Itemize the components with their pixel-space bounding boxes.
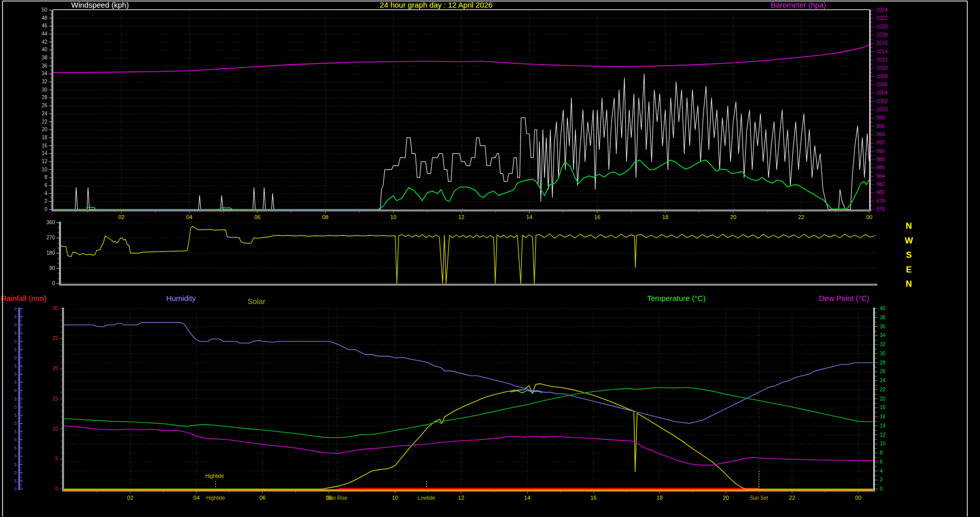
barometer-tick-label: 986 <box>876 165 885 170</box>
lowtide-x-label: Lowtide <box>418 495 436 501</box>
temperature-tick-label: 40 <box>880 306 886 311</box>
barometer-tick-label: 994 <box>876 132 885 137</box>
compass-label: E <box>906 265 911 275</box>
rain-tick-label: 0 <box>55 486 58 492</box>
barometer-tick-label: 988 <box>876 157 885 162</box>
temperature-tick-label: 0 <box>880 486 883 492</box>
temperature-tick-label: 12 <box>880 432 886 438</box>
blue-scale-tick-label: 0 <box>14 421 17 426</box>
windspeed-tick-label: 32 <box>42 79 48 84</box>
blue-scale-axis-bar <box>18 308 20 490</box>
bottom-x-tick-label: 22 <box>789 495 795 501</box>
windspeed-tick-label: 44 <box>42 31 48 37</box>
humidity-series-line <box>64 322 873 423</box>
barometer-tick-label: 1006 <box>876 82 888 87</box>
windspeed-tick-label: 42 <box>42 39 48 45</box>
windspeed-tick-label: 14 <box>42 150 48 156</box>
rain-axis-bar <box>62 308 64 490</box>
windspeed-tick-label: 24 <box>42 111 48 116</box>
temperature-tick-label: 24 <box>880 378 886 383</box>
top-x-tick-label: 12 <box>458 214 464 220</box>
windspeed-tick-label: 18 <box>42 135 48 140</box>
blue-scale-tick-label: 0 <box>14 355 17 360</box>
windspeed-tick-label: 26 <box>42 103 48 108</box>
temperature-tick-label: 22 <box>880 387 886 392</box>
blue-scale-tick-label: 5 <box>14 429 17 434</box>
windspeed-tick-label: 36 <box>42 63 48 69</box>
bottom-x-tick-label: 04 <box>193 495 199 501</box>
compass-label: N <box>906 279 912 289</box>
temperature-tick-label: 38 <box>880 315 886 320</box>
windspeed-tick-label: 0 <box>44 206 47 212</box>
barometer-tick-label: 1012 <box>876 57 888 63</box>
windspeed-tick-label: 2 <box>44 198 47 204</box>
top-x-tick-label: 02 <box>118 214 125 220</box>
rain-tick-label: 10 <box>52 426 58 432</box>
compass-label: W <box>905 236 913 246</box>
barometer-tick-label: 1020 <box>876 24 888 29</box>
windspeed-tick-label: 4 <box>44 191 47 196</box>
bottom-x-tick-label: 12 <box>458 495 464 501</box>
barometer-tick-label: 1014 <box>876 49 888 54</box>
temperature-tick-label: 18 <box>880 405 886 410</box>
temperature-tick-label: 34 <box>880 332 886 338</box>
wind-direction-series-line <box>61 226 875 284</box>
blue-scale-tick-label: 0 <box>14 437 17 442</box>
barometer-tick-label: 990 <box>876 148 885 154</box>
weather-24h-graph-screen: Windspeed (kph) 24 hour graph day : 12 A… <box>0 0 980 517</box>
sunset-x-label: Sun Set <box>750 495 768 501</box>
blue-scale-tick-label: 5 <box>14 380 17 385</box>
windspeed-barometer-chart: 5048464442403836343230282624222018161412… <box>42 7 888 220</box>
blue-scale-tick-label: 0 <box>14 306 17 311</box>
direction-tick-label: 360 <box>46 220 55 225</box>
barometer-tick-label: 1002 <box>876 99 888 104</box>
top-x-tick-label: 10 <box>390 214 396 220</box>
temperature-tick-label: 28 <box>880 360 886 366</box>
barometer-tick-label: 982 <box>876 181 885 187</box>
blue-scale-tick-label: 0 <box>14 453 17 459</box>
barometer-tick-label: 1000 <box>876 107 888 112</box>
windspeed-tick-label: 50 <box>42 7 48 13</box>
blue-scale-tick-label: 0 <box>14 339 17 344</box>
direction-tick-label: 90 <box>49 265 55 271</box>
windspeed-tick-label: 6 <box>44 183 47 188</box>
barometer-tick-label: 998 <box>876 115 885 120</box>
windspeed-tick-label: 38 <box>42 55 48 60</box>
bottom-combo-chart: 0505050505050505050505030252015105040383… <box>14 306 886 501</box>
rain-tick-label: 20 <box>52 366 58 371</box>
windspeed-axis-bar <box>51 10 53 210</box>
windspeed-tick-label: 48 <box>42 15 48 21</box>
hightide-x-label: Hightide <box>206 495 225 501</box>
bottom-x-tick-label: 10 <box>392 495 398 501</box>
direction-axis-bar <box>59 222 61 285</box>
windspeed-tick-label: 40 <box>42 47 48 52</box>
windspeed-tick-label: 8 <box>44 174 47 180</box>
direction-tick-label: 0 <box>52 281 55 286</box>
temperature-series-line <box>64 387 873 438</box>
blue-scale-tick-label: 5 <box>14 330 17 336</box>
blue-scale-tick-label: 0 <box>14 388 17 393</box>
hightide-inplot-label: Hightide <box>205 473 224 479</box>
blue-scale-tick-label: 5 <box>14 397 17 402</box>
blue-scale-tick-label: 5 <box>14 462 17 467</box>
bottom-x-tick-label: 02 <box>127 495 133 501</box>
barometer-tick-label: 1010 <box>876 65 888 71</box>
wind-direction-chart: 360270180900NWSEN <box>46 220 913 289</box>
barometer-tick-label: 996 <box>876 124 885 129</box>
top-x-tick-label: 06 <box>254 214 260 220</box>
temperature-tick-label: 36 <box>880 324 886 329</box>
barometer-tick-label: 1018 <box>876 32 888 38</box>
blue-scale-tick-label: 5 <box>14 478 17 483</box>
blue-scale-tick-label: 5 <box>14 413 17 418</box>
windspeed-tick-label: 20 <box>42 127 48 132</box>
top-x-tick-label: 04 <box>186 214 192 220</box>
top-x-tick-label: 00 <box>866 214 872 220</box>
windspeed-tick-label: 12 <box>42 159 48 164</box>
direction-tick-label: 270 <box>46 235 55 240</box>
average-wind-series-line <box>53 160 869 209</box>
barometer-tick-label: 1016 <box>876 40 888 46</box>
top-x-tick-label: 08 <box>322 214 328 220</box>
temperature-tick-label: 32 <box>880 342 886 347</box>
barometer-tick-label: 1008 <box>876 74 888 79</box>
rain-tick-label: 25 <box>52 336 58 341</box>
